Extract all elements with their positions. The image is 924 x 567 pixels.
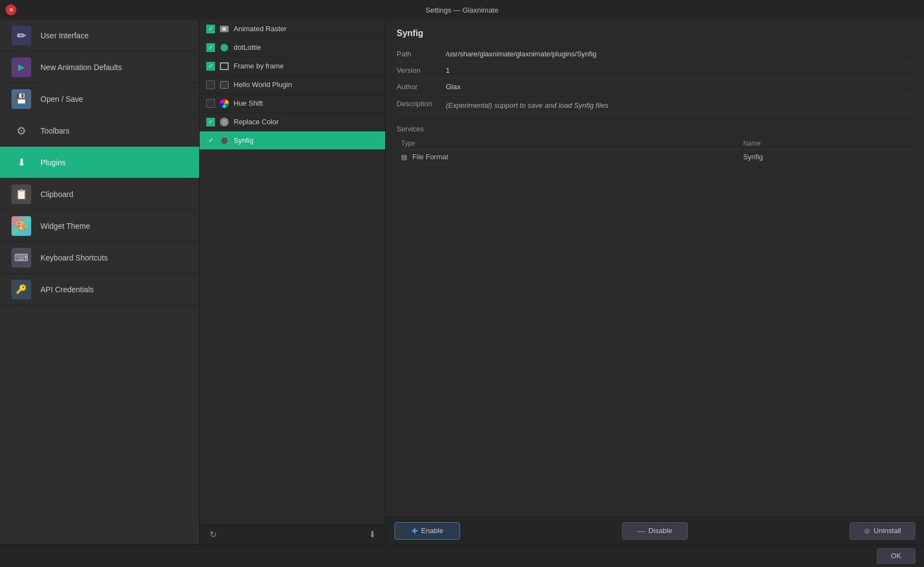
plugin-label-hue-shift: Hue Shift (234, 99, 263, 107)
settings-window: ✕ Settings — Glaxnimate User Interface N… (0, 0, 924, 567)
detail-version-value: 1 (446, 64, 913, 77)
sidebar-label-open-save: Open / Save (40, 95, 83, 103)
frame-by-frame-icon (219, 61, 229, 71)
plugin-list: ▦ Animated Raster dotLottie (200, 20, 385, 524)
services-table: Type Name ▤ File Format Synfig (397, 137, 913, 164)
sidebar-label-keyboard-shortcuts: Keyboard Shortcuts (40, 253, 108, 262)
plugin-item-animated-raster[interactable]: ▦ Animated Raster (200, 20, 385, 38)
sidebar-item-widget-theme[interactable]: Widget Theme (0, 210, 199, 242)
plugin-item-hue-shift[interactable]: Hue Shift (200, 94, 385, 113)
enable-icon: ✚ (411, 526, 418, 535)
plugin-checkbox-synfig[interactable] (206, 136, 215, 145)
detail-path-row: Path /usr/share/glaxnimate/glaxnimate/pl… (397, 46, 913, 62)
save-icon (9, 86, 34, 112)
sidebar-item-clipboard[interactable]: Clipboard (0, 178, 199, 210)
replace-color-icon: ⊙ (219, 117, 229, 127)
hello-world-icon (219, 80, 229, 90)
plugin-label-animated-raster: Animated Raster (234, 25, 287, 33)
sidebar-item-user-interface[interactable]: User Interface (0, 20, 199, 51)
disable-button[interactable]: — Disable (622, 522, 688, 540)
sidebar-label-widget-theme: Widget Theme (40, 222, 90, 230)
services-col-type: Type (397, 137, 739, 150)
uninstall-icon: ⊗ (864, 526, 870, 535)
sidebar-item-toolbars[interactable]: Toolbars (0, 115, 199, 147)
keyboard-icon (9, 245, 34, 270)
uninstall-button[interactable]: ⊗ Uninstall (850, 522, 915, 540)
title-bar: ✕ Settings — Glaxnimate (0, 0, 924, 20)
plugin-checkbox-replace-color[interactable] (206, 118, 215, 126)
plugin-checkbox-hue-shift[interactable] (206, 99, 215, 108)
plugins-icon (9, 150, 34, 175)
detail-plugin-title: Synfig (397, 28, 913, 38)
services-col-name: Name (739, 137, 913, 150)
theme-icon (9, 213, 34, 239)
detail-path-label: Path (397, 50, 446, 58)
plugin-item-dotlottie[interactable]: dotLottie (200, 38, 385, 57)
detail-description-value: (Experimental) support to save and load … (446, 98, 913, 113)
window-title: Settings — Glaxnimate (426, 6, 498, 14)
plugin-label-dotlottie: dotLottie (234, 43, 261, 51)
detail-footer: ✚ Enable — Disable ⊗ Uninstall (386, 517, 924, 544)
detail-panel: Synfig Path /usr/share/glaxnimate/glaxni… (386, 20, 924, 544)
close-button[interactable]: ✕ (5, 4, 16, 15)
plugin-list-panel: ▦ Animated Raster dotLottie (200, 20, 386, 544)
detail-description-label: Description (397, 97, 446, 108)
plugin-checkbox-frame-by-frame[interactable] (206, 62, 215, 71)
sidebar-label-plugins: Plugins (40, 158, 66, 167)
plugin-checkbox-animated-raster[interactable] (206, 25, 215, 33)
services-title: Services (397, 125, 913, 133)
ui-icon (9, 23, 34, 48)
clipboard-icon (9, 182, 34, 207)
detail-author-value: Glax (446, 80, 913, 93)
hue-shift-icon (219, 99, 229, 108)
plugin-label-synfig: Synfig (234, 136, 253, 144)
plugin-item-replace-color[interactable]: ⊙ Replace Color (200, 113, 385, 131)
plugin-item-frame-by-frame[interactable]: Frame by frame (200, 57, 385, 76)
sidebar-item-plugins[interactable]: Plugins (0, 147, 199, 178)
sidebar-label-api-credentials: API Credentials (40, 285, 94, 294)
plugin-item-hello-world[interactable]: Hello World Plugin (200, 76, 385, 94)
dotlottie-icon (219, 43, 229, 53)
detail-version-label: Version (397, 66, 446, 74)
plugin-label-hello-world: Hello World Plugin (234, 80, 292, 89)
detail-path-value: /usr/share/glaxnimate/glaxnimate/plugins… (446, 48, 913, 60)
refresh-button[interactable]: ↻ (205, 527, 220, 542)
detail-version-row: Version 1 (397, 62, 913, 79)
service-type: ▤ File Format (397, 150, 739, 164)
api-icon (9, 277, 34, 302)
detail-author-label: Author (397, 83, 446, 91)
toolbars-icon (9, 118, 34, 143)
detail-description-row: Description (Experimental) support to sa… (397, 97, 913, 114)
ok-button[interactable]: OK (877, 548, 915, 564)
sidebar-label-toolbars: Toolbars (40, 126, 69, 135)
main-content: User Interface New Animation Defaults Op… (0, 20, 924, 544)
plugin-checkbox-hello-world[interactable] (206, 80, 215, 89)
sidebar-item-keyboard-shortcuts[interactable]: Keyboard Shortcuts (0, 242, 199, 274)
detail-author-row: Author Glax (397, 79, 913, 95)
install-button[interactable]: ⬇ (364, 527, 380, 542)
file-format-icon: ▤ (401, 153, 407, 161)
sidebar-label-new-animation: New Animation Defaults (40, 63, 122, 72)
service-row: ▤ File Format Synfig (397, 150, 913, 164)
plugin-list-footer: ↻ ⬇ (200, 524, 385, 544)
disable-icon: — (637, 526, 645, 535)
anim-icon (9, 55, 34, 80)
services-section: Services Type Name ▤ (397, 125, 913, 164)
animated-raster-icon: ▦ (219, 24, 229, 34)
sidebar-item-new-animation-defaults[interactable]: New Animation Defaults (0, 51, 199, 83)
sidebar: User Interface New Animation Defaults Op… (0, 20, 200, 544)
sidebar-item-open-save[interactable]: Open / Save (0, 83, 199, 115)
sidebar-label-clipboard: Clipboard (40, 190, 73, 199)
plugin-label-replace-color: Replace Color (234, 118, 278, 126)
plugin-checkbox-dotlottie[interactable] (206, 43, 215, 52)
service-name: Synfig (739, 150, 913, 164)
sidebar-item-api-credentials[interactable]: API Credentials (0, 274, 199, 305)
enable-button[interactable]: ✚ Enable (394, 522, 460, 540)
window-footer: OK (0, 544, 924, 567)
synfig-icon (219, 136, 229, 146)
sidebar-label-user-interface: User Interface (40, 31, 89, 40)
detail-content: Synfig Path /usr/share/glaxnimate/glaxni… (386, 20, 924, 517)
plugin-label-frame-by-frame: Frame by frame (234, 62, 284, 70)
plugin-item-synfig[interactable]: Synfig (200, 131, 385, 150)
